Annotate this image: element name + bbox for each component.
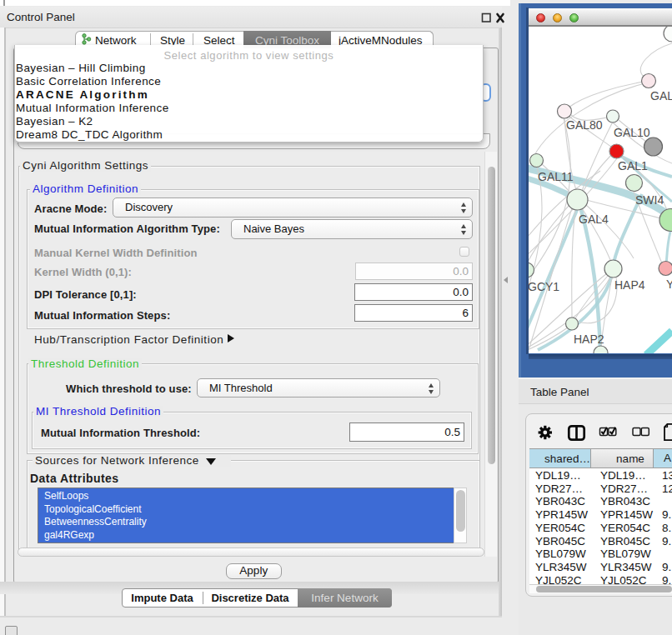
svg-text:GAL10: GAL10 [614,126,650,139]
svg-text:YL: YL [666,278,672,291]
svg-text:GCY1: GCY1 [529,280,559,293]
svg-text:GAL7: GAL7 [650,89,672,102]
svg-text:GAL11: GAL11 [538,170,574,183]
svg-text:GAL4: GAL4 [579,212,609,226]
svg-text:GAL80: GAL80 [566,118,603,132]
svg-text:SWI4: SWI4 [635,193,664,207]
svg-text:HAP2: HAP2 [574,332,604,346]
svg-text:HAP4: HAP4 [614,278,645,292]
svg-text:GAL1: GAL1 [618,159,648,172]
